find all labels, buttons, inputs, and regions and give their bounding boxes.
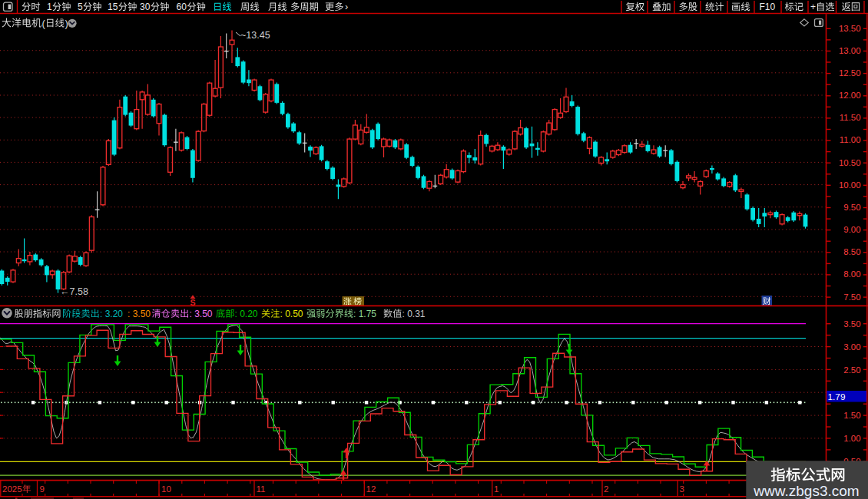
svg-text:: 3.20: : 3.20 (100, 309, 123, 319)
svg-text:7.50: 7.50 (843, 292, 860, 302)
svg-text:8.00: 8.00 (843, 269, 860, 279)
svg-text:10.00: 10.00 (839, 180, 861, 190)
svg-text:11: 11 (257, 484, 266, 494)
svg-text:3.00: 3.00 (843, 342, 860, 352)
svg-text:: 0.31: : 0.31 (403, 309, 426, 319)
svg-text:2.50: 2.50 (843, 365, 860, 375)
svg-text:9.00: 9.00 (843, 225, 860, 234)
svg-text:›: › (345, 2, 348, 12)
svg-text:11.00: 11.00 (840, 135, 861, 144)
svg-text:2: 2 (604, 484, 608, 494)
svg-text:10: 10 (161, 484, 171, 494)
svg-text:12.50: 12.50 (839, 68, 861, 78)
svg-text:12: 12 (366, 484, 376, 494)
svg-text:←7.58: ←7.58 (60, 286, 88, 297)
svg-text:5: 5 (78, 2, 83, 12)
svg-text:1.79: 1.79 (828, 392, 846, 402)
svg-text:9: 9 (40, 484, 45, 494)
svg-text:11.50: 11.50 (840, 113, 861, 122)
svg-text:3.50: 3.50 (843, 319, 860, 329)
svg-text:1.00: 1.00 (843, 434, 860, 443)
svg-text:60: 60 (177, 2, 187, 12)
svg-text:9.50: 9.50 (843, 203, 860, 212)
svg-text:~13.45: ~13.45 (240, 30, 270, 41)
svg-text:www.zbgs3.com: www.zbgs3.com (753, 483, 859, 499)
svg-text:: 3.50: : 3.50 (128, 309, 151, 319)
svg-text:30: 30 (140, 2, 151, 12)
svg-text:3: 3 (680, 484, 684, 494)
svg-text:13.50: 13.50 (839, 24, 861, 33)
svg-text:: 3.50: : 3.50 (190, 309, 213, 319)
svg-text:15: 15 (108, 2, 118, 12)
svg-text:): ) (65, 18, 68, 29)
svg-text:12.00: 12.00 (839, 91, 861, 100)
svg-text:8.50: 8.50 (843, 247, 860, 256)
svg-text:1: 1 (494, 484, 499, 494)
svg-text:1: 1 (47, 2, 52, 12)
svg-text:: 0.50: : 0.50 (280, 309, 303, 319)
svg-text:13.00: 13.00 (839, 46, 861, 55)
svg-text:(: ( (42, 18, 46, 29)
svg-text:10.50: 10.50 (839, 158, 861, 167)
svg-text:F10: F10 (760, 2, 776, 12)
svg-text:+: + (810, 2, 816, 12)
svg-text:: 1.75: : 1.75 (353, 309, 376, 319)
svg-text:1.50: 1.50 (843, 411, 860, 420)
svg-text:2025: 2025 (2, 484, 22, 494)
svg-text:: 0.20: : 0.20 (235, 309, 258, 319)
